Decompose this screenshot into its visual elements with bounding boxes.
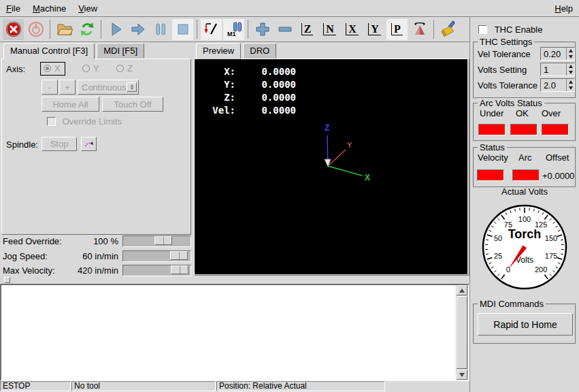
jog-minus-button[interactable]: - xyxy=(42,80,58,95)
view-z-icon: Z xyxy=(301,23,314,35)
scrollbar-thumb[interactable] xyxy=(457,296,467,369)
volts-setting-spinbox[interactable]: 1 xyxy=(540,63,575,76)
spindle-brake-button[interactable] xyxy=(81,137,97,151)
scrollbar-up-button[interactable] xyxy=(457,285,467,295)
preview-canvas[interactable]: X:0.0000 Y:0.0000 Z:0.0000 Vel:0.0000 Z … xyxy=(195,59,467,274)
spinner-arrows-icon[interactable] xyxy=(566,48,574,60)
menu-view[interactable]: View xyxy=(72,1,103,16)
feed-override-slider[interactable] xyxy=(122,235,191,247)
console-scrollbar[interactable] xyxy=(456,285,468,380)
view-z2-button[interactable]: N xyxy=(319,19,340,40)
run-icon xyxy=(107,20,125,38)
block-delete-toggle[interactable] xyxy=(201,19,222,40)
tab-manual-control[interactable]: Manual Control [F3] xyxy=(3,43,95,59)
velocity-indicator xyxy=(477,169,504,181)
reload-icon xyxy=(78,20,96,38)
menu-machine[interactable]: Machine xyxy=(27,1,72,16)
rotate-view-icon xyxy=(411,20,429,38)
spindle-stop-button[interactable]: Stop xyxy=(42,137,77,151)
view-perspective-button[interactable]: P xyxy=(386,19,408,40)
open-folder-icon xyxy=(56,20,73,38)
jog-speed-slider[interactable] xyxy=(122,250,191,262)
max-velocity-slider[interactable] xyxy=(122,265,191,276)
step-button[interactable] xyxy=(127,19,148,40)
view-y-button[interactable]: Y xyxy=(364,19,385,40)
scrollbar-down-button[interactable] xyxy=(457,370,467,380)
feed-override-row: Feed Override: 100 % xyxy=(0,235,193,248)
feed-override-handle[interactable] xyxy=(154,236,172,245)
max-velocity-row: Max Velocity: 420 in/min xyxy=(0,265,193,277)
mdi-commands-group: MDI Commands Rapid to Home xyxy=(473,304,576,344)
view-z-button[interactable]: Z xyxy=(297,19,318,40)
zoom-out-button[interactable] xyxy=(274,19,295,40)
tab-preview[interactable]: Preview xyxy=(196,43,241,59)
axis-radio-y[interactable]: Y xyxy=(82,63,99,74)
svg-text:0: 0 xyxy=(506,265,510,274)
override-limits-indicator xyxy=(47,117,56,126)
over-label: Over xyxy=(542,108,561,118)
spinner-arrows-icon[interactable] xyxy=(566,79,574,91)
radio-y-indicator xyxy=(82,65,90,72)
volts-tolerance-spinbox[interactable]: 2.0 xyxy=(540,78,575,92)
home-all-button[interactable]: Home All xyxy=(42,97,99,112)
pane-sash-grip[interactable] xyxy=(4,277,10,283)
rapid-to-home-button[interactable]: Rapid to Home xyxy=(478,313,573,336)
pause-icon xyxy=(152,20,169,38)
clear-plot-broom-icon xyxy=(440,20,457,38)
touch-off-button[interactable]: Touch Off xyxy=(102,97,163,112)
svg-text:200: 200 xyxy=(535,265,547,274)
optional-stop-toggle[interactable]: M1 xyxy=(223,19,244,40)
machine-power-button[interactable] xyxy=(25,19,46,40)
estop-button[interactable] xyxy=(3,19,24,40)
svg-text:Z: Z xyxy=(325,123,329,133)
axis-radio-x[interactable]: X xyxy=(40,62,65,76)
override-limits-checkbox[interactable]: Override Limits xyxy=(47,116,122,127)
console-text-area[interactable] xyxy=(1,285,456,380)
open-file-button[interactable] xyxy=(54,19,75,40)
combobox-arrow-icon xyxy=(127,82,137,92)
pause-button[interactable] xyxy=(150,19,171,40)
tool-cone-icon xyxy=(325,159,331,167)
jog-plus-button[interactable]: + xyxy=(59,80,76,95)
view-x-button[interactable]: X xyxy=(342,19,363,40)
volts-tolerance-label: Volts Tolerance xyxy=(478,80,537,91)
rotate-view-button[interactable] xyxy=(409,19,430,40)
jog-speed-handle[interactable] xyxy=(170,251,188,260)
estop-status-cell: ESTOP xyxy=(0,381,71,391)
svg-text:125: 125 xyxy=(535,220,547,229)
menu-bar: File Machine View Help xyxy=(0,0,579,17)
menu-file[interactable]: File xyxy=(0,1,27,16)
scroll-down-icon xyxy=(459,373,465,377)
max-velocity-handle[interactable] xyxy=(171,265,188,274)
toolbar-separator xyxy=(248,20,248,39)
feed-override-label: Feed Override: xyxy=(3,236,62,246)
zoom-in-icon xyxy=(254,20,271,38)
axis-radio-z[interactable]: Z xyxy=(116,63,133,74)
zoom-in-button[interactable] xyxy=(252,19,273,40)
message-console xyxy=(0,284,469,381)
tab-dro[interactable]: DRO xyxy=(243,43,276,59)
toolbar-separator xyxy=(197,20,197,39)
toolbar: M1 Z N X Y P xyxy=(0,17,469,42)
arc-volts-status-group: Arc Volts Status Under OK Over xyxy=(473,103,576,142)
dro-line-y: Y:0.0000 xyxy=(195,79,303,90)
toolbar-separator xyxy=(50,20,50,39)
dro-line-x: X:0.0000 xyxy=(195,66,303,77)
linuxcnc-thc-window: File Machine View Help xyxy=(0,0,579,392)
machine-power-icon xyxy=(27,20,45,38)
arc-volts-status-title: Arc Volts Status xyxy=(478,98,544,108)
clear-plot-button[interactable] xyxy=(437,19,459,40)
run-program-button[interactable] xyxy=(105,19,126,40)
offset-label: Offset xyxy=(546,152,569,163)
thc-enable-checkbox[interactable]: THC Enable xyxy=(478,24,542,35)
menu-help[interactable]: Help xyxy=(548,1,579,16)
reload-file-button[interactable] xyxy=(76,19,97,40)
stop-button[interactable] xyxy=(172,19,193,40)
spinner-arrows-icon[interactable] xyxy=(566,63,574,76)
tool-status-cell: No tool xyxy=(71,381,216,391)
tab-mdi[interactable]: MDI [F5] xyxy=(97,43,144,59)
mdi-commands-title: MDI Commands xyxy=(478,299,546,309)
jog-mode-select[interactable]: Continuous xyxy=(78,80,139,95)
svg-text:50: 50 xyxy=(494,234,502,242)
vel-tolerance-spinbox[interactable]: 0.20 xyxy=(540,47,575,61)
